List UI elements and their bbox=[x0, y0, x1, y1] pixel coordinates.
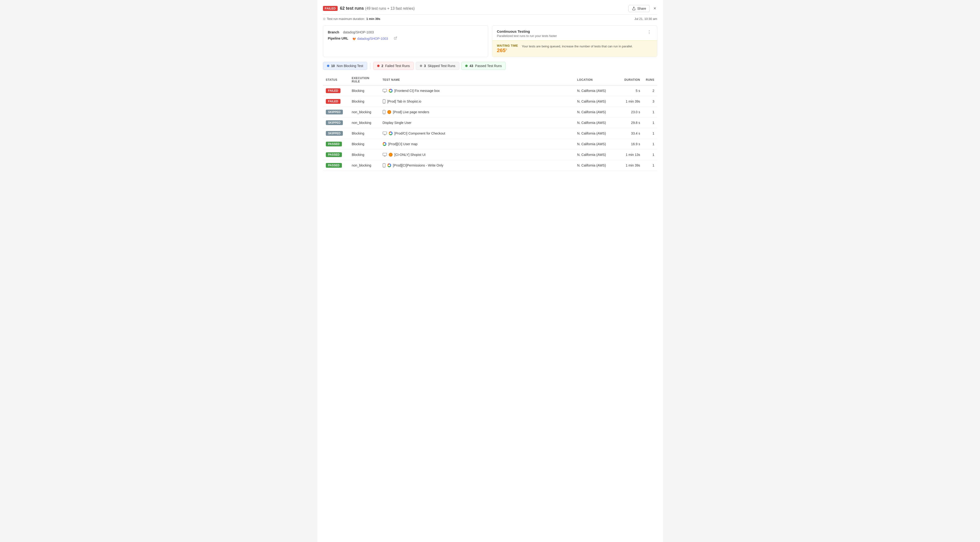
table-row[interactable]: SKIPPEDBlocking[Prod/CI] Component for C… bbox=[323, 128, 657, 139]
test-name-cell: [CI-ONLY] Shopist UI bbox=[383, 153, 571, 156]
svg-point-7 bbox=[384, 113, 384, 114]
runs-cell: 3 bbox=[643, 96, 657, 107]
close-button[interactable]: × bbox=[652, 5, 657, 12]
dot-failed bbox=[377, 65, 380, 67]
test-runs-table: STATUS EXECUTION RULE TEST NAME LOCATION… bbox=[323, 75, 657, 171]
status-badge: PASSED bbox=[326, 163, 342, 168]
exec-rule-cell: Blocking bbox=[349, 139, 380, 150]
test-name-label: [CI-ONLY] Shopist UI bbox=[395, 153, 426, 156]
chrome-icon bbox=[387, 163, 391, 167]
table-row[interactable]: PASSEDBlocking[CI-ONLY] Shopist UIN. Cal… bbox=[323, 150, 657, 160]
monitor-icon bbox=[383, 89, 387, 92]
mobile-icon bbox=[383, 163, 385, 167]
table-header-row: STATUS EXECUTION RULE TEST NAME LOCATION… bbox=[323, 75, 657, 85]
status-badge: SKIPPED bbox=[326, 131, 343, 136]
external-link-icon bbox=[394, 37, 397, 41]
table-row[interactable]: SKIPPEDnon_blocking[Prod] Live page rend… bbox=[323, 107, 657, 118]
location-cell: N. California (AWS) bbox=[574, 160, 617, 171]
exec-rule-cell: Blocking bbox=[349, 128, 380, 139]
status-badge: FAILED bbox=[326, 88, 341, 93]
status-badge: FAILED bbox=[326, 99, 341, 104]
duration-cell: 16.9 s bbox=[617, 139, 643, 150]
branch-row: Branch datadog/SHOP-1003 bbox=[328, 30, 483, 34]
duration-cell: 29.8 s bbox=[617, 118, 643, 128]
runs-cell: 1 bbox=[643, 118, 657, 128]
test-name-cell: Display Single User bbox=[383, 121, 571, 124]
ct-menu-button[interactable]: ⋮ bbox=[646, 29, 652, 35]
mobile-icon bbox=[383, 110, 385, 114]
test-name-label: [Prod/CI] Component for Checkout bbox=[395, 131, 445, 135]
table-row[interactable]: FAILEDBlocking[Prod] Tab in Shopist.ioN.… bbox=[323, 96, 657, 107]
tab-non-blocking[interactable]: 10 Non Blocking Test bbox=[323, 62, 367, 70]
ct-warning: WAITING TIME 265s Your tests are being q… bbox=[492, 40, 657, 57]
header-title: 62 test runs (49 test runs + 13 fast ret… bbox=[340, 6, 415, 11]
tab-skipped[interactable]: 3 Skipped Test Runs bbox=[416, 62, 459, 70]
table-row[interactable]: PASSEDnon_blocking[Prod][CI]Permissions … bbox=[323, 160, 657, 171]
runs-cell: 1 bbox=[643, 160, 657, 171]
tab-skipped-label: Skipped Test Runs bbox=[428, 64, 455, 68]
gitlab-icon bbox=[352, 37, 356, 41]
table-row[interactable]: SKIPPEDnon_blockingDisplay Single UserN.… bbox=[323, 118, 657, 128]
tab-failed-label: Failed Test Runs bbox=[385, 64, 410, 68]
dot-non-blocking bbox=[327, 65, 329, 67]
svg-rect-10 bbox=[383, 153, 387, 156]
exec-rule-cell: Blocking bbox=[349, 85, 380, 96]
svg-rect-8 bbox=[383, 132, 387, 134]
col-header-testname: TEST NAME bbox=[380, 75, 574, 85]
monitor-icon bbox=[383, 153, 387, 156]
firefox-icon bbox=[389, 153, 393, 156]
col-header-location: LOCATION bbox=[574, 75, 617, 85]
duration-cell: 1 min 13s bbox=[617, 150, 643, 160]
header: FAILED 62 test runs (49 test runs + 13 f… bbox=[323, 5, 657, 15]
subheader-left: ⊙ Test run maximum duration: 1 min 39s bbox=[323, 17, 380, 21]
table-row[interactable]: FAILEDBlocking[Frontend CI] Fix message … bbox=[323, 85, 657, 96]
duration-cell: 23.0 s bbox=[617, 107, 643, 118]
location-cell: N. California (AWS) bbox=[574, 107, 617, 118]
ct-header: Continuous Testing Parallelized test run… bbox=[492, 26, 657, 40]
tab-nb-count: 10 bbox=[331, 64, 335, 68]
ct-info: Continuous Testing Parallelized test run… bbox=[497, 29, 557, 38]
runs-cell: 2 bbox=[643, 85, 657, 96]
share-button[interactable]: Share bbox=[628, 5, 649, 12]
chrome-icon bbox=[389, 89, 393, 92]
header-right: Share × bbox=[628, 5, 657, 12]
duration-cell: 33.4 s bbox=[617, 128, 643, 139]
pipeline-link[interactable]: datadog/SHOP-1003 bbox=[352, 37, 388, 41]
test-name-label: [Prod] Live page renders bbox=[393, 110, 429, 114]
location-cell: N. California (AWS) bbox=[574, 150, 617, 160]
svg-rect-2 bbox=[383, 89, 387, 92]
svg-point-5 bbox=[384, 102, 384, 103]
firefox-icon bbox=[387, 110, 391, 114]
dot-skipped bbox=[420, 65, 422, 67]
exec-rule-cell: Blocking bbox=[349, 150, 380, 160]
branch-card: Branch datadog/SHOP-1003 Pipeline URL da… bbox=[323, 26, 488, 57]
test-name-label: [Prod][CI]Permissions - Write Only bbox=[393, 163, 444, 167]
status-badge: PASSED bbox=[326, 142, 342, 147]
tab-failed[interactable]: 2 Failed Test Runs bbox=[373, 62, 414, 70]
table-row[interactable]: PASSEDBlocking[Prod][CI] User mapN. Cali… bbox=[323, 139, 657, 150]
tab-passed[interactable]: 43 Passed Test Runs bbox=[461, 62, 506, 70]
status-badge: SKIPPED bbox=[326, 110, 343, 115]
ct-waiting-value: 265s bbox=[497, 47, 518, 54]
col-header-duration: DURATION bbox=[617, 75, 643, 85]
col-header-exec: EXECUTION RULE bbox=[349, 75, 380, 85]
dot-passed bbox=[465, 65, 468, 67]
test-name-cell: [Frontend CI] Fix message box bbox=[383, 89, 571, 92]
tab-passed-count: 43 bbox=[469, 64, 473, 68]
test-name-cell: [Prod/CI] Component for Checkout bbox=[383, 131, 571, 135]
test-name-cell: [Prod] Live page renders bbox=[383, 110, 571, 114]
share-icon bbox=[632, 6, 636, 10]
ct-waiting-block: WAITING TIME 265s bbox=[497, 44, 518, 54]
tab-passed-label: Passed Test Runs bbox=[475, 64, 502, 68]
failed-badge: FAILED bbox=[323, 6, 338, 11]
svg-line-1 bbox=[395, 37, 396, 38]
chrome-icon bbox=[389, 131, 393, 135]
chrome-icon bbox=[383, 142, 387, 146]
status-badge: SKIPPED bbox=[326, 120, 343, 125]
subheader: ⊙ Test run maximum duration: 1 min 39s J… bbox=[323, 17, 657, 21]
test-name-cell: [Prod][CI]Permissions - Write Only bbox=[383, 163, 571, 167]
runs-cell: 1 bbox=[643, 128, 657, 139]
location-cell: N. California (AWS) bbox=[574, 118, 617, 128]
monitor-icon bbox=[383, 131, 387, 135]
info-cards: Branch datadog/SHOP-1003 Pipeline URL da… bbox=[323, 26, 657, 57]
